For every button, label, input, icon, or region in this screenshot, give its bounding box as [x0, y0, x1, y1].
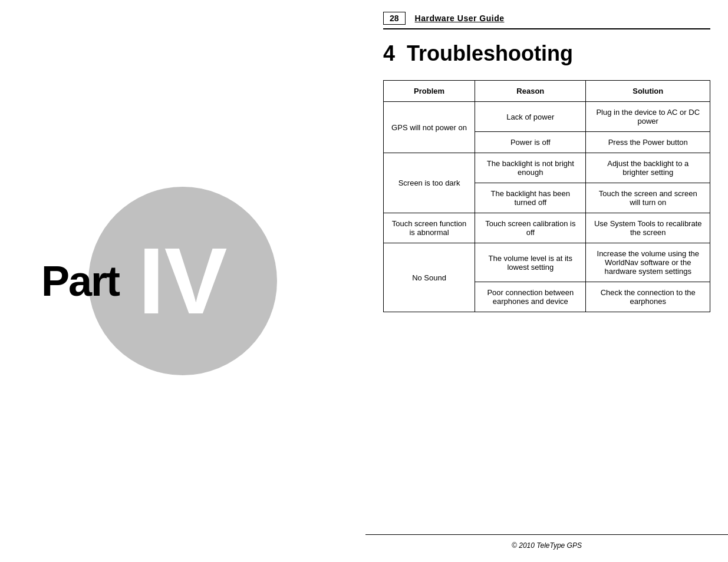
chapter-title: Troubleshooting: [407, 41, 573, 65]
table-row: Touch screen function is abnormalTouch s…: [384, 213, 710, 243]
solution-cell: Use System Tools to recalibrate the scre…: [586, 213, 710, 243]
col-solution-header: Solution: [586, 81, 710, 102]
roman-numeral: IV: [138, 234, 227, 328]
solution-cell: Increase the volume using the WorldNav s…: [586, 243, 710, 282]
part-iv-container: Part IV: [88, 187, 277, 375]
reason-cell: Lack of power: [475, 102, 586, 132]
table-row: GPS will not power onLack of powerPlug i…: [384, 102, 710, 132]
left-decoration: Part IV: [0, 0, 365, 562]
solution-cell: Adjust the backlight to a brighter setti…: [586, 153, 710, 183]
header-title: Hardware User Guide: [415, 14, 505, 23]
problem-cell: No Sound: [384, 243, 475, 312]
reason-cell: The backlight has been turned off: [475, 183, 586, 213]
solution-cell: Check the connection to the earphones: [586, 282, 710, 312]
reason-cell: Touch screen calibration is off: [475, 213, 586, 243]
problem-cell: GPS will not power on: [384, 102, 475, 153]
col-problem-header: Problem: [384, 81, 475, 102]
table-row: No SoundThe volume level is at its lowes…: [384, 243, 710, 282]
reason-cell: The backlight is not bright enough: [475, 153, 586, 183]
page-number: 28: [383, 12, 406, 25]
part-label: Part: [41, 257, 119, 305]
copyright-text: © 2010 TeleType GPS: [512, 541, 582, 550]
reason-cell: Power is off: [475, 132, 586, 153]
solution-cell: Press the Power button: [586, 132, 710, 153]
chapter-number: 4: [383, 41, 395, 65]
table-header-row: Problem Reason Solution: [384, 81, 710, 102]
problem-cell: Touch screen function is abnormal: [384, 213, 475, 243]
page-header: 28 Hardware User Guide: [383, 12, 710, 29]
solution-cell: Plug in the device to AC or DC power: [586, 102, 710, 132]
reason-cell: The volume level is at its lowest settin…: [475, 243, 586, 282]
chapter-heading: 4Troubleshooting: [383, 41, 710, 66]
table-row: Screen is too darkThe backlight is not b…: [384, 153, 710, 183]
problem-cell: Screen is too dark: [384, 153, 475, 213]
reason-cell: Poor connection between earphones and de…: [475, 282, 586, 312]
solution-cell: Touch the screen and screen will turn on: [586, 183, 710, 213]
content-section: 28 Hardware User Guide 4Troubleshooting …: [365, 0, 728, 562]
col-reason-header: Reason: [475, 81, 586, 102]
troubleshoot-table: Problem Reason Solution GPS will not pow…: [383, 80, 710, 312]
footer: © 2010 TeleType GPS: [365, 534, 728, 550]
